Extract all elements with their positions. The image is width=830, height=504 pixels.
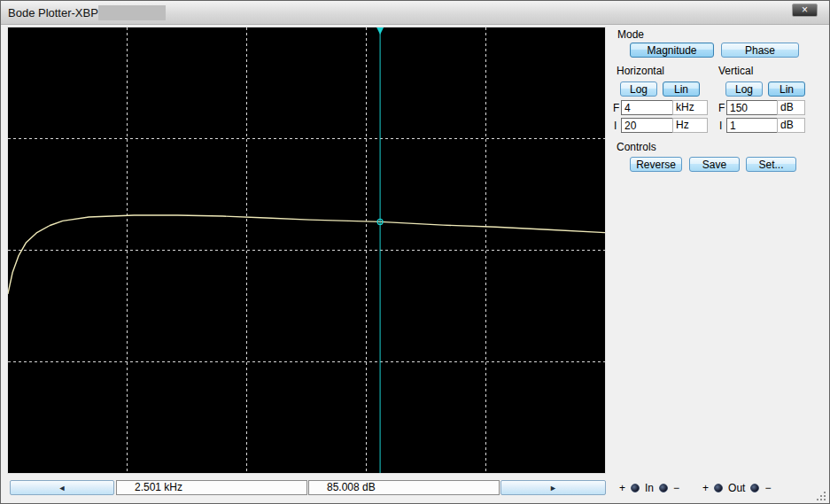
scroll-right-icon: ► xyxy=(549,484,557,492)
out-plus-label: + xyxy=(702,482,709,494)
save-button[interactable]: Save xyxy=(689,157,740,172)
mode-group-label: Mode xyxy=(617,28,644,41)
scroll-left-icon: ◄ xyxy=(58,484,66,492)
vertical-f-unit: dB xyxy=(777,100,805,115)
in-minus-terminal[interactable] xyxy=(659,484,668,492)
window-title: Bode Plotter-XBP1 xyxy=(8,6,105,19)
vertical-f-input[interactable] xyxy=(726,100,778,115)
in-plus-terminal[interactable] xyxy=(631,484,640,492)
vertical-i-label: I xyxy=(719,120,722,132)
vertical-group-label: Vertical xyxy=(718,65,753,77)
in-minus-label: − xyxy=(673,482,679,494)
titlebar-blur-region xyxy=(98,5,166,20)
vertical-lin-button[interactable]: Lin xyxy=(768,81,805,97)
scroll-left-button[interactable]: ◄ xyxy=(10,480,114,495)
horizontal-i-label: I xyxy=(614,120,617,132)
horizontal-i-input[interactable] xyxy=(621,118,673,133)
out-minus-terminal[interactable] xyxy=(750,484,759,492)
vertical-f-label: F xyxy=(718,102,725,114)
vertical-i-input[interactable] xyxy=(726,118,778,133)
vertical-i-unit: dB xyxy=(777,118,805,133)
cursor-frequency-readout: 2.501 kHz xyxy=(116,480,307,495)
plot-area[interactable] xyxy=(7,27,606,474)
resize-grip-icon[interactable] xyxy=(815,490,826,501)
terminal-strip: + In − + Out − xyxy=(619,482,771,494)
horizontal-log-button[interactable]: Log xyxy=(620,81,657,97)
out-label: Out xyxy=(728,482,745,494)
controls-group-label: Controls xyxy=(617,141,656,153)
scroll-right-button[interactable]: ► xyxy=(500,480,606,495)
reverse-button[interactable]: Reverse xyxy=(630,157,682,172)
bode-plotter-window: Bode Plotter-XBP1 × Mode Magnitude Phase… xyxy=(0,0,830,504)
horizontal-f-label: F xyxy=(613,102,619,114)
horizontal-i-unit: Hz xyxy=(672,118,708,133)
title-bar[interactable]: Bode Plotter-XBP1 × xyxy=(1,1,829,25)
vertical-log-button[interactable]: Log xyxy=(725,81,763,97)
horizontal-f-unit: kHz xyxy=(672,100,708,115)
magnitude-button[interactable]: Magnitude xyxy=(630,43,714,58)
in-label: In xyxy=(645,482,654,494)
bode-plot-canvas xyxy=(8,27,605,473)
phase-button[interactable]: Phase xyxy=(721,43,799,58)
horizontal-group-label: Horizontal xyxy=(617,65,664,77)
set-button[interactable]: Set... xyxy=(746,157,796,172)
horizontal-lin-button[interactable]: Lin xyxy=(663,81,700,97)
close-icon: × xyxy=(802,4,808,16)
cursor-magnitude-readout: 85.008 dB xyxy=(308,480,500,495)
close-button[interactable]: × xyxy=(792,4,818,17)
out-plus-terminal[interactable] xyxy=(714,484,723,492)
cursor-handle[interactable] xyxy=(376,27,384,35)
out-minus-label: − xyxy=(764,482,771,494)
magnitude-trace xyxy=(8,215,605,293)
horizontal-f-input[interactable] xyxy=(621,100,673,115)
in-plus-label: + xyxy=(619,482,625,494)
